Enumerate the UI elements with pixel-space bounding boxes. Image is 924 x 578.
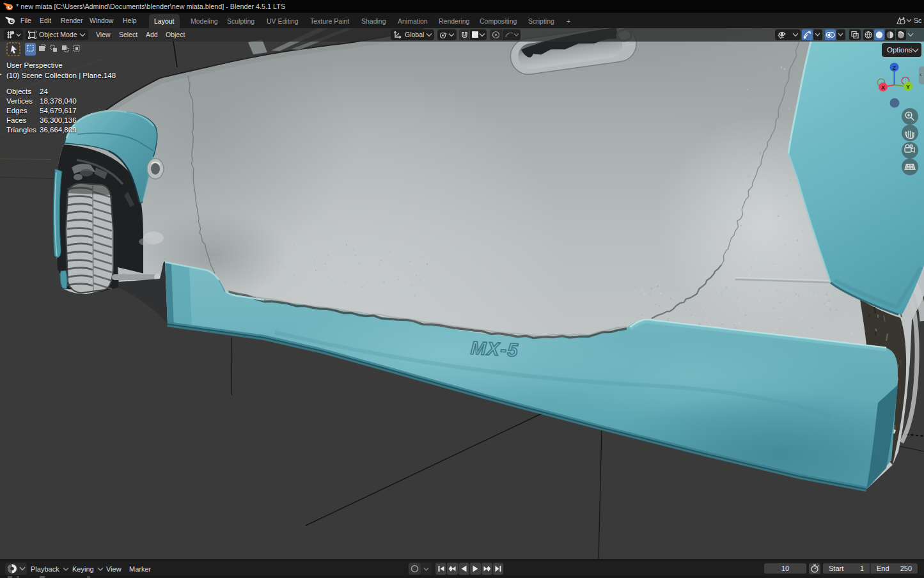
- svg-text:X: X: [881, 84, 885, 91]
- svg-text:Z: Z: [893, 65, 897, 71]
- svg-text:MX-5: MX-5: [470, 338, 519, 361]
- svg-text:Y: Y: [906, 84, 910, 90]
